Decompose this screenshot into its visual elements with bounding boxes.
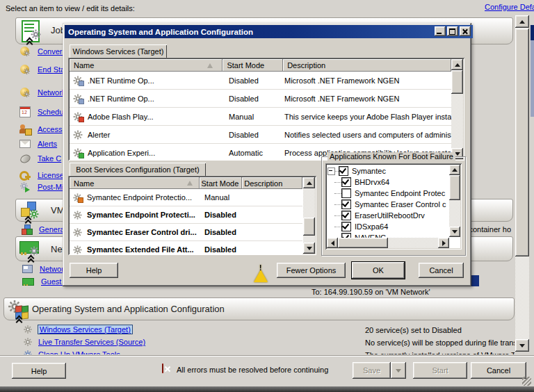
column-header-description[interactable]: Description [242,177,302,189]
sidebar-item-take-control[interactable]: Take C [19,154,61,163]
sidebar-item-label[interactable]: Take C [38,154,61,163]
table-row[interactable]: .NET Runtime Op... Disabled Microsoft .N… [70,72,451,90]
service-gear-icon [72,147,83,158]
sidebar-item-alerts[interactable]: Alerts [19,140,57,148]
dialog-help-button[interactable]: Help [70,263,118,278]
table-row[interactable]: Alerter Disabled Notifies selected users… [70,126,451,144]
sidebar-item-general[interactable]: General [21,224,66,235]
close-button[interactable] [460,26,471,36]
gear-ball-icon [19,87,31,98]
dialog-titlebar[interactable]: Operating System and Application Configu… [65,25,473,38]
dialog-cancel-button[interactable]: Cancel [419,263,464,278]
sidebar-item-conversion[interactable]: Convers [19,46,66,57]
sidebar-item-schedule[interactable]: Schedu [19,106,63,117]
sidebar-item-network-config[interactable]: Network [22,265,67,273]
scroll-down-button[interactable] [449,227,460,237]
table-row[interactable]: Symantec Endpoint Protectio... Manual [70,189,302,206]
tree-vertical-scrollbar[interactable] [449,165,460,237]
services-table-scrollbar[interactable] [451,59,463,159]
clean-up-vmware-tools-link[interactable]: Clean Up VMware Tools [38,350,120,354]
windows-services-target-link[interactable]: Windows Services (Target) [38,325,132,334]
column-header-name[interactable]: Name [70,59,222,72]
start-button[interactable]: Start [413,362,467,379]
service-gear-icon [72,193,83,203]
scrollbar-thumb[interactable] [451,70,463,94]
sidebar-item-licenses[interactable]: License [19,170,64,180]
tree-collapse-icon[interactable] [327,168,335,175]
minimize-button[interactable] [435,26,446,36]
scrollbar-thumb[interactable] [303,218,315,236]
sidebar-item-label[interactable]: Network [38,88,65,97]
sidebar-item-label[interactable]: Alerts [38,140,57,148]
boot-failure-groupbox: Applications Known For Boot Failure Syma… [321,156,466,256]
table-row[interactable]: Symantec Extended File Att... Disabled [70,241,302,255]
table-row[interactable]: .NET Runtime Op... Disabled Microsoft .N… [70,90,451,108]
tree-item[interactable]: EraserUtilRebootDrv [327,210,447,221]
live-transfer-services-link[interactable]: Live Transfer Services (Source) [38,338,145,346]
scroll-up-button[interactable] [515,15,529,28]
scrollbar-thumb[interactable] [449,175,460,200]
os-app-item-row: Windows Services (Target) [23,325,132,334]
scroll-left-button[interactable] [327,238,338,248]
resize-grip[interactable] [522,377,531,386]
sidebar-item-network[interactable]: Network [19,87,65,98]
scrollbar-thumb[interactable] [515,28,529,256]
sidebar-item-label[interactable]: End Sta [38,65,65,74]
sidebar-item-end-states[interactable]: End Sta [19,64,65,75]
chevron-down-icon [396,369,401,373]
sidebar-item-label[interactable]: Access [38,125,62,133]
scroll-right-button[interactable] [438,238,449,248]
service-gear-icon [72,129,83,140]
cancel-button[interactable]: Cancel [471,362,526,379]
configure-defaults-link[interactable]: Configure Defaults [485,3,534,11]
help-button[interactable]: Help [12,363,66,379]
checkbox-checked[interactable] [341,211,351,220]
save-dropdown-button[interactable] [391,362,406,379]
sidebar-item-post-migration[interactable]: Post-Mi [19,181,63,193]
ok-button[interactable]: OK [352,262,405,279]
tree-horizontal-scrollbar[interactable] [327,238,449,248]
scroll-down-button[interactable] [515,339,529,352]
checkbox-checked[interactable] [341,222,351,231]
tab-windows-services-target[interactable]: Windows Services (Target) [70,44,167,58]
dialog-title: Operating System and Application Configu… [68,28,253,36]
right-edge-window-fragment [531,40,534,117]
sidebar-item-label[interactable]: Convers [38,47,66,56]
maximize-button[interactable] [447,26,458,36]
scroll-up-button[interactable] [303,177,315,188]
sidebar-item-label[interactable]: Post-Mi [38,183,63,191]
column-header-name[interactable]: Name [70,177,200,189]
column-header-description[interactable]: Description [283,59,451,72]
table-row[interactable]: Symantec Eraser Control dri... Disabled [70,224,302,241]
column-header-start-mode[interactable]: Start Mode [200,177,243,189]
column-header-start-mode[interactable]: Start Mode [222,59,283,72]
checkbox-unchecked[interactable] [341,188,351,198]
sidebar-item-access[interactable]: Access [19,124,62,135]
scroll-up-button[interactable] [451,59,463,70]
error-message: All errors must be resolved before conti… [177,366,328,374]
main-scrollbar[interactable] [515,15,529,352]
os-app-section-header[interactable]: Operating System and Application Configu… [3,297,515,320]
tab-boot-services-configuration[interactable]: Boot Services Configuration (Target) [70,163,206,177]
boot-table-scrollbar[interactable] [303,177,315,254]
network-detail-line: To: 164.99.190.59 on 'VM Network' [312,288,430,296]
tree-item-symantec[interactable]: Symantec [327,165,447,177]
tree-item[interactable]: Symantec Eraser Control c [327,199,447,210]
table-row[interactable]: Adobe Flash Play... Manual This service … [70,108,451,126]
gear-ball-icon [19,64,31,75]
scroll-up-button[interactable] [449,165,460,175]
table-row[interactable]: Symantec Endpoint Protecti... Disabled [70,206,302,224]
tree-item[interactable]: BHDrvx64 [327,177,447,188]
fewer-options-button[interactable]: Fewer Options [277,263,346,278]
save-button[interactable]: Save [353,362,391,379]
tree-item[interactable]: IDSxpa64 [327,221,447,232]
checkbox-checked[interactable] [341,199,351,209]
scrollbar-thumb[interactable] [338,238,388,248]
sidebar-item-label[interactable]: Schedu [38,108,63,116]
tree-item[interactable]: Symantec Endpoint Protec [327,188,447,199]
scroll-down-button[interactable] [303,243,315,254]
checkbox-checked[interactable] [339,166,348,176]
os-app-panel: Operating System and Application Configu… [3,297,515,354]
sidebar-item-label[interactable]: License [38,171,64,179]
checkbox-checked[interactable] [341,177,351,187]
